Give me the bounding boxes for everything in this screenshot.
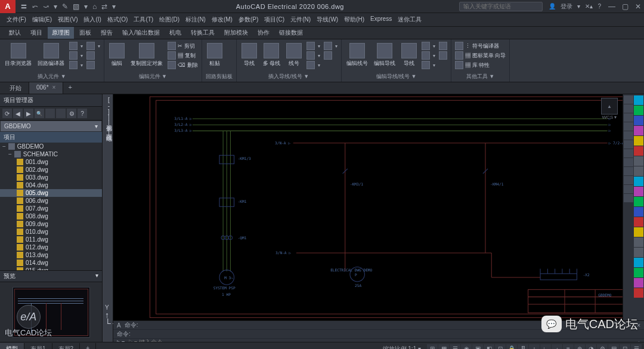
- layer-color-magenta[interactable]: [634, 126, 643, 135]
- status-icon-10[interactable]: ∟: [540, 344, 551, 350]
- refresh-icon[interactable]: [2, 109, 12, 118]
- wire-button[interactable]: 导线: [240, 42, 258, 69]
- copy-fixed-button[interactable]: 复制固定对象: [129, 42, 164, 69]
- qat-9[interactable]: ▾: [112, 0, 116, 13]
- nav-left-icon[interactable]: [13, 109, 23, 118]
- rbn-small-4c[interactable]: ▾: [306, 61, 320, 69]
- rbn-small-5c[interactable]: ▾: [422, 61, 435, 69]
- settings-icon[interactable]: [67, 109, 76, 118]
- menu-item[interactable]: 参数(P): [237, 14, 260, 25]
- tree-file[interactable]: 003.dwg: [0, 174, 102, 181]
- expander-icon[interactable]: −: [8, 151, 12, 157]
- drawing-canvas[interactable]: GBDEMO 3/L1-A ▷ 3/L2-A ▷ 3/L3-A ▷ ▷ ▷ ▷ …: [113, 94, 644, 320]
- menu-item[interactable]: 格式(O): [106, 14, 129, 25]
- rtb-19[interactable]: [634, 288, 643, 298]
- qat-6[interactable]: ▾: [84, 0, 88, 13]
- status-icon-15[interactable]: ⚙: [597, 344, 608, 350]
- edit-wirenum-button[interactable]: 编辑线号: [345, 42, 369, 69]
- icon-menu-wizard-button[interactable]: ▦ 图标菜单 向导: [455, 51, 506, 60]
- layer-color-red[interactable]: [634, 146, 643, 156]
- qat-1[interactable]: ⤺: [32, 0, 38, 13]
- rtb-6[interactable]: [634, 156, 643, 166]
- rtb-8[interactable]: [634, 177, 643, 186]
- app-logo[interactable]: A: [0, 0, 16, 13]
- rtb-16[interactable]: [634, 258, 643, 267]
- circuit-builder-button[interactable]: 回路编译器: [36, 42, 66, 69]
- ribbon-tab[interactable]: 报告: [97, 27, 117, 39]
- zoom-label[interactable]: 缩放比例 1:1 ▾: [379, 345, 425, 350]
- nav-right-icon[interactable]: [24, 109, 33, 118]
- tree-file[interactable]: 011.dwg: [0, 236, 102, 243]
- wire-number-button[interactable]: 线号: [285, 42, 303, 69]
- menu-item[interactable]: 元件(N): [289, 14, 312, 25]
- cut-button[interactable]: ✂ 剪切: [168, 42, 198, 50]
- rbn-small-5b[interactable]: ▾: [422, 51, 435, 60]
- rtb-11[interactable]: [634, 207, 643, 217]
- pm-section-header[interactable]: 项目: [0, 132, 102, 143]
- rtb-9[interactable]: [634, 187, 643, 196]
- rbn-small-1a[interactable]: ▾: [69, 42, 83, 50]
- login-link[interactable]: 登录: [561, 2, 572, 11]
- user-icon[interactable]: 👤: [549, 3, 556, 10]
- rtb-7[interactable]: [634, 166, 643, 176]
- rtb2-6[interactable]: [624, 149, 633, 157]
- ribbon-tab[interactable]: 链接数据: [275, 27, 307, 39]
- rtb2-9[interactable]: [624, 176, 633, 184]
- rbn-small-5e[interactable]: [439, 51, 447, 60]
- rbn-small-1c[interactable]: ▾: [69, 61, 83, 69]
- ribbon-tab[interactable]: 面板: [75, 27, 95, 39]
- edit-wire-button[interactable]: 编辑导线: [373, 42, 397, 69]
- vtab-0[interactable]: [-]|俯视||二维线图|: [104, 97, 113, 339]
- ribbon-tab[interactable]: 协作: [253, 27, 274, 39]
- layer-color-yellow[interactable]: [634, 136, 643, 146]
- menu-item[interactable]: 修改(M): [210, 14, 234, 25]
- status-icon-2[interactable]: ☰: [450, 344, 460, 350]
- menu-item[interactable]: 项目(C): [262, 14, 286, 25]
- qat-7[interactable]: ⌂: [92, 0, 97, 13]
- new-tab-button[interactable]: +: [63, 82, 76, 94]
- ribbon-tab[interactable]: 项目: [26, 27, 47, 39]
- copy-button[interactable]: ▦ 复制: [168, 51, 198, 60]
- minimize-icon[interactable]: —: [606, 2, 618, 11]
- expander-icon[interactable]: −: [2, 143, 6, 150]
- project-tree[interactable]: −GBDEMO−SCHEMATIC001.dwg002.dwg003.dwg00…: [0, 143, 102, 270]
- status-icon-4[interactable]: ▣: [472, 344, 483, 350]
- menu-item[interactable]: 迷你工具: [396, 14, 423, 25]
- multi-bus-button[interactable]: 多 母线: [262, 42, 282, 69]
- qat-2[interactable]: ⤻: [43, 0, 49, 13]
- tree-file[interactable]: 005.dwg: [0, 189, 102, 197]
- layer-color-blue[interactable]: [634, 116, 643, 125]
- rtb2-0[interactable]: [624, 95, 633, 104]
- menu-item[interactable]: 绘图(D): [157, 14, 181, 25]
- status-icon-0[interactable]: ⊞: [427, 344, 438, 350]
- symbol-builder-button[interactable]: ⋮ 符号编译器: [455, 42, 506, 50]
- tree-file[interactable]: 014.dwg: [0, 259, 102, 267]
- status-icon-11[interactable]: ▵: [552, 344, 562, 350]
- status-icon-17[interactable]: ⊡: [620, 344, 630, 350]
- rtb-15[interactable]: [634, 248, 643, 257]
- menu-item[interactable]: 标注(N): [184, 14, 208, 25]
- project-selector[interactable]: GBDEMO▾: [1, 121, 101, 131]
- rbn-small-4d[interactable]: ▾: [324, 42, 338, 50]
- rbn-small-5d[interactable]: [439, 42, 447, 50]
- rtb2-10[interactable]: [624, 185, 633, 193]
- exchange-icon[interactable]: ✕▴: [585, 3, 593, 10]
- catalog-browser-button[interactable]: 目录浏览器: [4, 42, 33, 69]
- ribbon-tab[interactable]: 原理图: [48, 27, 74, 39]
- rtb2-8[interactable]: [624, 167, 633, 175]
- status-icon-18[interactable]: ☰: [631, 344, 642, 350]
- qat-8[interactable]: ⇄: [101, 0, 107, 13]
- menu-item[interactable]: 工具(T): [132, 14, 155, 25]
- qat-3[interactable]: ▾: [54, 0, 57, 13]
- rtb2-3[interactable]: [624, 122, 633, 131]
- qat-0[interactable]: 〓: [20, 0, 27, 13]
- add-layout-button[interactable]: +: [80, 343, 96, 350]
- rbn-small-1d[interactable]: ▾: [86, 42, 100, 50]
- edit-button[interactable]: 编辑: [108, 42, 126, 69]
- status-icon-12[interactable]: ≡: [563, 344, 574, 350]
- rbn-small-5a[interactable]: ▾: [422, 42, 435, 50]
- rbn-small-4b[interactable]: ▾: [306, 51, 320, 60]
- paste-button[interactable]: 粘贴: [206, 42, 224, 69]
- ribbon-tab[interactable]: 附加模块: [220, 27, 252, 39]
- status-icon-5[interactable]: ◧: [484, 344, 494, 350]
